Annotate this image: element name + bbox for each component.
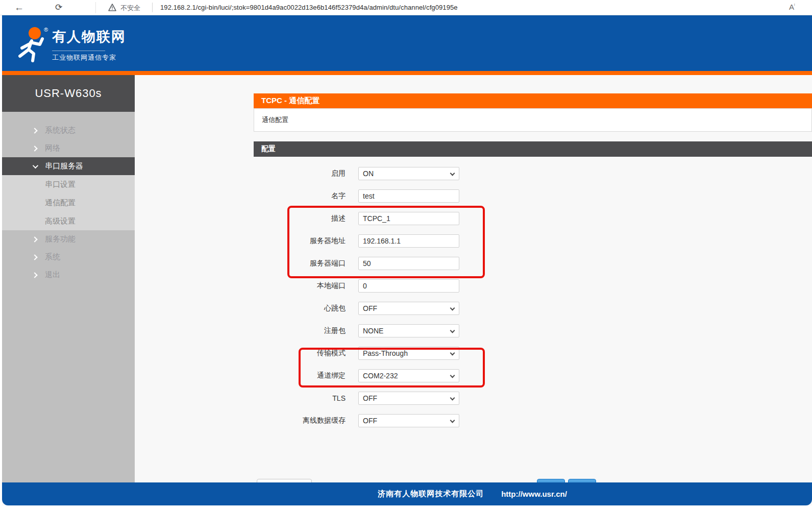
read-aloud-icon[interactable]: Aᵎ [789, 3, 795, 11]
field-local-port-label: 本地端口 [213, 281, 346, 290]
field-heartbeat: 心跳包 OFF [213, 302, 478, 315]
field-name-label: 名字 [213, 191, 346, 201]
app-page: ® 有人物联网 工业物联网通信专家 USR-W630s 系统状态 网络 串口服务… [2, 15, 812, 509]
field-description: 描述 [213, 212, 478, 225]
field-offline-cache-label: 离线数据缓存 [213, 416, 346, 425]
sidebar-item-serial-settings[interactable]: 串口设置 [2, 175, 135, 193]
chevron-right-icon [32, 236, 37, 242]
description-input[interactable] [358, 212, 459, 225]
sidebar: USR-W630s 系统状态 网络 串口服务器 串口设置 通信配置 [2, 75, 135, 498]
omnibox-divider [152, 3, 153, 12]
address-bar-url[interactable]: 192.168.2.1/cgi-bin/luci/;stok=9801d4a9a… [160, 4, 458, 11]
brand-logo-icon: ® [13, 26, 53, 63]
channel-binding-select[interactable]: COM2-232 [358, 369, 459, 382]
header-accent-strip [2, 71, 812, 75]
chevron-right-icon [32, 146, 37, 151]
sidebar-item-system[interactable]: 系统 [2, 248, 135, 266]
app-header: ® 有人物联网 工业物联网通信专家 [2, 15, 812, 71]
transmission-mode-select[interactable]: Pass-Through [358, 347, 459, 360]
field-offline-cache: 离线数据缓存 OFF [213, 414, 478, 427]
field-channel-binding: 通道绑定 COM2-232 [213, 369, 478, 382]
field-register-packet-label: 注册包 [213, 326, 346, 335]
field-tls: TLS OFF [213, 392, 478, 405]
brand-divider [52, 51, 105, 51]
sidebar-item-advanced-settings[interactable]: 高级设置 [2, 212, 135, 230]
footer: 济南有人物联网技术有限公司 http://www.usr.cn/ [2, 482, 812, 505]
not-secure-label[interactable]: 不安全 [120, 4, 140, 13]
sidebar-menu: 系统状态 网络 串口服务器 串口设置 通信配置 高级设置 [2, 122, 135, 284]
brand-subtitle: 工业物联网通信专家 [52, 53, 126, 62]
field-channel-binding-label: 通道绑定 [213, 371, 346, 380]
chevron-down-icon [33, 162, 38, 168]
field-server-port: 服务器端口 [213, 257, 478, 270]
sidebar-item-communication-settings[interactable]: 通信配置 [2, 193, 135, 212]
footer-company-name: 济南有人物联网技术有限公司 [378, 489, 484, 499]
server-address-input[interactable] [358, 234, 459, 248]
sidebar-item-system-status[interactable]: 系统状态 [2, 122, 135, 139]
field-transmission-mode: 传输模式 Pass-Through [213, 347, 478, 360]
sidebar-item-serial-server[interactable]: 串口服务器 [2, 157, 135, 175]
serial-server-submenu: 串口设置 通信配置 高级设置 [2, 175, 135, 230]
tls-select[interactable]: OFF [358, 392, 459, 405]
field-register-packet: 注册包 NONE [213, 324, 478, 337]
offline-cache-select[interactable]: OFF [358, 414, 459, 427]
section-title-config: 配置 [254, 141, 812, 157]
chevron-right-icon [32, 254, 37, 260]
server-port-input[interactable] [358, 257, 459, 270]
field-enable: 启用 ON [213, 167, 478, 180]
sidebar-item-network[interactable]: 网络 [2, 139, 135, 157]
field-enable-label: 启用 [213, 169, 346, 178]
field-description-label: 描述 [213, 214, 346, 223]
registered-mark: ® [44, 27, 48, 33]
field-heartbeat-label: 心跳包 [213, 304, 346, 313]
chevron-right-icon [32, 128, 37, 133]
sidebar-item-logout[interactable]: 退出 [2, 266, 135, 284]
not-secure-warning-icon[interactable] [108, 4, 116, 13]
field-local-port: 本地端口 [213, 279, 478, 293]
sidebar-item-service-functions[interactable]: 服务功能 [2, 230, 135, 248]
page-title: TCPC - 通信配置 [254, 93, 812, 108]
chevron-right-icon [32, 272, 37, 278]
page-subtitle: 通信配置 [254, 108, 812, 132]
footer-website-link[interactable]: http://www.usr.cn/ [501, 490, 567, 498]
field-transmission-mode-label: 传输模式 [213, 349, 346, 358]
enable-select[interactable]: ON [358, 167, 459, 180]
field-server-address: 服务器地址 [213, 234, 478, 248]
brand-title: 有人物联网 [52, 28, 126, 46]
register-packet-select[interactable]: NONE [358, 324, 459, 337]
field-name: 名字 [213, 189, 478, 203]
browser-back-icon[interactable]: ← [14, 1, 24, 14]
local-port-input[interactable] [358, 279, 459, 293]
browser-refresh-icon[interactable]: ⟳ [55, 1, 62, 14]
browser-toolbar: ← ⟳ 不安全 192.168.2.1/cgi-bin/luci/;stok=9… [0, 0, 812, 15]
omnibox-left-edge [95, 2, 96, 13]
config-form: 启用 ON 名字 描述 服务器地址 服务器端口 [213, 167, 478, 437]
field-server-port-label: 服务器端口 [213, 259, 346, 268]
heartbeat-select[interactable]: OFF [358, 302, 459, 315]
device-model-title: USR-W630s [2, 75, 135, 112]
field-server-address-label: 服务器地址 [213, 236, 346, 246]
name-input[interactable] [358, 189, 459, 203]
field-tls-label: TLS [213, 394, 346, 402]
